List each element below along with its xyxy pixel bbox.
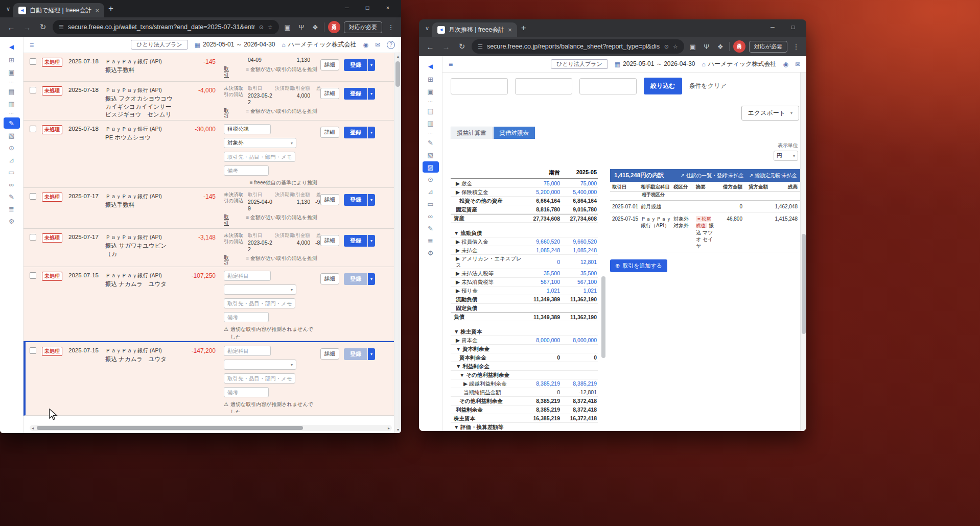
detail-button[interactable]: 詳細 — [320, 235, 339, 246]
memo-input[interactable] — [224, 387, 269, 397]
url-text[interactable]: secure.freee.co.jp/wallet_txns/stream?en… — [68, 23, 255, 31]
reading-list-icon[interactable]: ▣ — [283, 23, 293, 31]
opening-value[interactable]: 1,021 — [524, 288, 561, 294]
general-ledger-link[interactable]: ↗総勘定元帳:未払金 — [749, 172, 797, 179]
fiscal-period[interactable]: ▦2025-05-01 ～ 2026-04-30 — [615, 60, 695, 68]
opening-value[interactable]: 1,085,248 — [524, 247, 561, 253]
browser-tab[interactable]: ◄ 自動で経理 | freee会計 × — [13, 3, 104, 17]
partner-input[interactable] — [224, 298, 295, 308]
register-dropdown-button[interactable]: ▾ — [368, 348, 375, 360]
balance-sheet-row[interactable]: 株主資本 16,385,219 16,372,418 — [451, 414, 598, 423]
reload-button[interactable]: ↻ — [37, 21, 49, 33]
opening-value[interactable]: 27,734,608 — [524, 216, 561, 222]
opening-value[interactable]: 8,385,219 — [524, 380, 561, 387]
documents-icon[interactable]: ▤ — [4, 86, 20, 97]
month-value[interactable]: 8,372,418 — [561, 407, 598, 413]
opening-value[interactable]: 11,349,389 — [524, 296, 561, 302]
clearing-title[interactable]: 未決済取引の消込 — [224, 85, 246, 105]
account-icon[interactable]: ◉ — [783, 61, 788, 68]
filter-input-3[interactable] — [579, 78, 637, 94]
tab-search-icon[interactable]: ∨ — [3, 6, 13, 12]
edit-icon[interactable]: ✎ — [423, 223, 439, 234]
freee-logo-icon[interactable]: ◄ — [423, 59, 439, 73]
month-value[interactable]: 11,362,190 — [561, 314, 598, 320]
opening-value[interactable]: 8,385,219 — [524, 398, 561, 404]
opening-value[interactable]: 6,664,164 — [524, 198, 561, 204]
row-checkbox[interactable] — [30, 87, 36, 93]
balance-sheet-row[interactable]: 当期純損益金額 0 -12,801 — [451, 388, 598, 397]
profile-avatar[interactable]: 勇 — [733, 40, 745, 53]
scrollbar-thumb[interactable] — [601, 276, 605, 358]
search-icon[interactable]: ⊙ — [664, 43, 669, 50]
balance-sheet-row[interactable]: ▼ 利益剰余金 — [451, 362, 598, 371]
mic-icon[interactable]: Ψ — [702, 43, 712, 51]
opening-value[interactable]: 11,349,389 — [524, 314, 561, 320]
balance-sheet-row[interactable]: ▶ 役員借入金 9,660,520 9,660,520 — [451, 237, 598, 246]
balance-sheet-row[interactable]: ▶ 預り金 1,021 1,021 — [451, 286, 598, 295]
tab-close-icon[interactable]: × — [508, 26, 512, 34]
month-value[interactable]: 8,385,219 — [561, 380, 598, 387]
tab-close-icon[interactable]: × — [95, 7, 99, 14]
balance-sheet-row[interactable]: 固定資産 8,816,780 9,016,780 — [451, 205, 598, 214]
display-unit-select[interactable]: 円▾ — [774, 151, 798, 161]
back-button[interactable]: ← — [424, 40, 436, 53]
reports-icon[interactable]: ▨ — [423, 161, 439, 173]
storage-icon[interactable]: ≣ — [423, 235, 439, 246]
edit-icon[interactable]: ✎ — [4, 191, 20, 202]
opening-value[interactable]: 16,385,219 — [524, 415, 561, 421]
transaction-row-focused[interactable]: 未処理 2025-07-15 ＰａｙＰａｙ銀行 (API) 振込 ナカムラ ユウ… — [24, 341, 394, 416]
add-transaction-button[interactable]: ⊕取引を追加する — [610, 259, 667, 272]
company-switcher[interactable]: ⌂ハーメティック株式会社 — [282, 40, 357, 49]
opening-value[interactable]: 8,385,219 — [524, 407, 561, 413]
browser-tab[interactable]: ◄ 月次推移 | freee会計 × — [432, 22, 517, 37]
month-value[interactable]: 8,372,418 — [561, 398, 598, 404]
address-bar[interactable]: ☰ secure.freee.co.jp/reports/balance_she… — [472, 39, 684, 54]
opening-value[interactable]: 35,500 — [524, 270, 561, 276]
opening-value[interactable]: 8,816,780 — [524, 206, 561, 212]
chat-icon[interactable]: ✉ — [375, 41, 380, 49]
plan-badge[interactable]: ひとり法人プラン — [551, 59, 608, 69]
transaction-row[interactable]: 未処理 2025-07-18 ＰａｙＰａｙ銀行 (API) 振込手数料 -145… — [24, 53, 394, 82]
balance-sheet-row[interactable]: 投資その他の資産 6,664,164 6,864,164 — [451, 197, 598, 205]
account-input[interactable] — [224, 271, 271, 281]
plan-badge[interactable]: ひとり法人プラン — [131, 40, 188, 50]
site-settings-icon[interactable]: ☰ — [59, 24, 64, 31]
detail-button[interactable]: 詳細 — [320, 273, 339, 284]
search-icon[interactable]: ⊙ — [259, 24, 264, 31]
maximize-button[interactable]: □ — [357, 0, 378, 15]
balance-sheet-row[interactable]: ▶ 未払法人税等 35,500 35,500 — [451, 269, 598, 278]
register-button[interactable]: 登録 — [344, 235, 367, 247]
ledgers-icon[interactable]: ▧ — [4, 130, 20, 141]
detail-button[interactable]: 詳細 — [320, 348, 339, 360]
balance-sheet-row[interactable]: ▼ その他利益剰余金 — [451, 371, 598, 379]
account-icon[interactable]: ◉ — [363, 41, 368, 49]
filter-apply-button[interactable]: 絞り込む — [644, 78, 682, 94]
sync-icon[interactable]: ∞ — [4, 179, 20, 190]
reports-icon[interactable]: ⊿ — [4, 154, 20, 165]
breakdown-row[interactable]: 2025-07-01 前月繰越 0 1,462,048 — [610, 201, 801, 213]
auto-entry-icon[interactable]: ✎ — [4, 117, 20, 129]
profile-alert-chip[interactable]: 対応が必要 — [344, 21, 382, 33]
register-button[interactable]: 登録 — [344, 127, 367, 138]
tab-balance-sheet[interactable]: 貸借対照表 — [494, 127, 535, 139]
reading-list-icon[interactable]: ▣ — [688, 43, 698, 51]
new-tab-button[interactable]: + — [104, 4, 118, 14]
balance-sheet-row[interactable]: ▶ 未払金 1,085,248 1,085,248 — [451, 246, 598, 255]
extensions-icon[interactable]: ❖ — [310, 23, 320, 31]
month-value[interactable]: 1,085,248 — [561, 247, 598, 253]
tab-search-icon[interactable]: ∨ — [422, 25, 432, 32]
balance-sheet-row[interactable]: ▼ 資本剰余金 — [451, 345, 598, 353]
filter-input-1[interactable] — [451, 78, 508, 94]
balance-sheet-row[interactable]: 資産 27,734,608 27,734,608 — [451, 214, 598, 223]
scroll-down-icon[interactable]: ▼ — [394, 428, 401, 432]
filter-input-2[interactable] — [515, 78, 572, 94]
horizontal-scrollbar[interactable]: ◂ ▸ — [30, 425, 392, 431]
receipts-icon[interactable]: ▥ — [423, 117, 439, 129]
balance-sheet-row[interactable]: ▶ 繰越利益剰余金 8,385,219 8,385,219 — [451, 379, 598, 388]
partner-input[interactable] — [224, 152, 295, 162]
row-checkbox[interactable] — [30, 126, 36, 132]
register-dropdown-button[interactable]: ▾ — [368, 127, 375, 138]
row-checkbox[interactable] — [30, 234, 36, 241]
transaction-row[interactable]: 未処理 2025-07-18 ＰａｙＰａｙ銀行 (API) PE ホウムシヨウ … — [24, 121, 394, 188]
sidebar-collapse-icon[interactable]: ≡ — [30, 41, 34, 49]
